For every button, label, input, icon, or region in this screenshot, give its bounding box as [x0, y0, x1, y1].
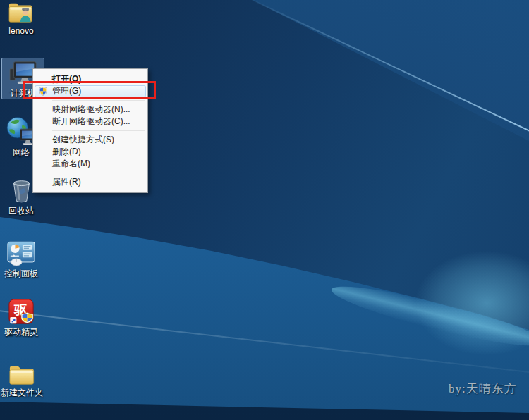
wallpaper-glow	[395, 236, 529, 370]
watermark-text: by:天晴东方	[449, 381, 517, 397]
icon-label: 驱动精灵	[4, 327, 38, 337]
menu-item-map-network-drive[interactable]: 映射网络驱动器(N)...	[33, 104, 147, 116]
wallpaper-swoosh	[0, 0, 529, 420]
menu-item-rename[interactable]: 重命名(M)	[33, 158, 147, 170]
folder-icon	[8, 363, 35, 386]
menu-item-label: 属性(R)	[52, 177, 81, 187]
menu-item-label: 创建快捷方式(S)	[52, 135, 114, 144]
driver-genius-icon: 驱	[8, 298, 35, 326]
icon-label: 新建文件夹	[1, 388, 43, 397]
menu-item-disconnect-network-drive[interactable]: 断开网络驱动器(C)...	[33, 116, 147, 128]
menu-item-label: 管理(G)	[52, 86, 81, 96]
desktop-icon-driver-genius[interactable]: 驱 驱动精灵	[0, 298, 42, 337]
menu-item-create-shortcut[interactable]: 创建快捷方式(S)	[33, 134, 147, 146]
menu-item-open[interactable]: 打开(O)	[33, 73, 147, 85]
menu-item-delete[interactable]: 删除(D)	[33, 146, 147, 158]
menu-item-label: 打开(O)	[52, 74, 81, 84]
wallpaper-upper-region	[0, 0, 529, 420]
icon-label: 控制面板	[4, 268, 38, 278]
desktop-icon-control-panel[interactable]: 控制面板	[0, 241, 42, 278]
user-folder-icon	[8, 1, 35, 25]
uac-shield-icon	[38, 86, 48, 97]
wallpaper-diagonal-line	[252, 0, 529, 132]
menu-item-manage[interactable]: 管理(G)	[35, 85, 146, 97]
desktop-icon-lenovo[interactable]: lenovo	[0, 1, 42, 36]
icon-label: 回收站	[8, 206, 34, 216]
menu-item-label: 断开网络驱动器(C)...	[52, 116, 130, 126]
menu-separator	[52, 100, 145, 101]
wallpaper-faint-line	[0, 309, 529, 376]
wallpaper-bottom-band	[0, 0, 529, 420]
icon-label: lenovo	[8, 26, 33, 36]
control-panel-icon	[6, 241, 36, 267]
recycle-bin-icon	[11, 178, 32, 204]
menu-separator	[52, 173, 145, 173]
wallpaper-edge-highlight	[328, 277, 529, 356]
menu-item-label: 重命名(M)	[52, 159, 90, 168]
icon-label: 网络	[13, 147, 30, 157]
menu-item-properties[interactable]: 属性(R)	[33, 176, 147, 188]
menu-separator	[52, 130, 145, 131]
desktop-icon-new-folder[interactable]: 新建文件夹	[1, 363, 43, 397]
menu-item-label: 映射网络驱动器(N)...	[52, 104, 130, 114]
context-menu: 打开(O) 管理(G) 映射网络驱动器(N)... 断开网络驱动器(C)... …	[32, 68, 148, 193]
desktop[interactable]: lenovo 计算机	[0, 0, 529, 420]
menu-item-label: 删除(D)	[52, 147, 81, 156]
